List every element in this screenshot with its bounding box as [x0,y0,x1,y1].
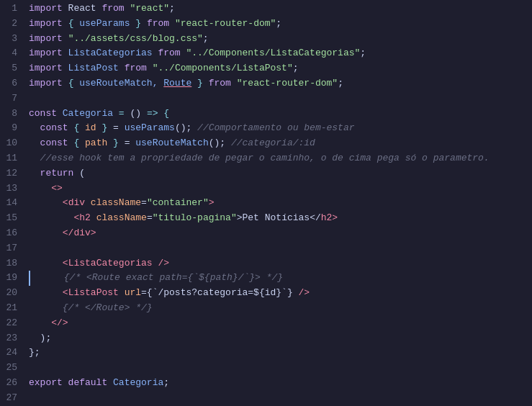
line-number-23: 23 [6,331,17,346]
line-number-13: 13 [6,181,17,197]
code-line-12: return ( [29,166,532,181]
code-line-14: <div className="container"> [29,196,532,211]
line-number-25: 25 [6,361,17,376]
code-line-23: ); [29,331,532,346]
line-number-16: 16 [6,226,17,241]
code-line-21: {/* </Route> */} [29,301,532,316]
code-editor: 1234567891011121314151617181920212223242… [0,0,532,406]
code-line-20: <ListaPost url={`/posts?categoria=${id}`… [29,286,532,301]
line-number-21: 21 [6,301,17,316]
code-line-8: const Categoria = () => { [29,107,532,122]
code-line-26: export default Categoria; [29,376,532,391]
code-line-5: import ListaPost from "../Components/Lis… [29,61,532,76]
code-line-25 [29,361,532,376]
line-number-3: 3 [6,32,17,47]
line-number-26: 26 [6,376,17,391]
line-number-6: 6 [6,76,17,91]
line-number-22: 22 [6,316,17,331]
code-line-16: </div> [29,226,532,241]
code-line-4: import ListaCategorias from "../Componen… [29,46,532,61]
code-line-15: <h2 className="titulo-pagina">Pet Notíci… [29,211,532,226]
line-number-4: 4 [6,46,17,61]
line-number-1: 1 [6,1,17,17]
line-number-11: 11 [6,151,17,166]
code-line-10: const { path } = useRouteMatch(); //cate… [29,136,532,151]
code-line-9: const { id } = useParams(); //Comportame… [29,121,532,136]
code-line-22: </> [29,316,532,331]
line-number-8: 8 [6,107,17,122]
line-number-5: 5 [6,61,17,76]
code-line-24: }; [29,346,532,361]
line-number-12: 12 [6,166,17,181]
line-number-15: 15 [6,211,17,226]
line-number-14: 14 [6,196,17,211]
code-line-17 [29,241,532,256]
code-line-13: <> [29,181,532,197]
line-number-7: 7 [6,91,17,107]
line-number-9: 9 [6,121,17,136]
code-line-6: import { useRouteMatch, Route } from "re… [29,76,532,91]
line-number-18: 18 [6,256,17,271]
code-line-27 [29,391,532,406]
line-number-2: 2 [6,17,17,32]
code-line-11: //esse hook tem a propriedade de pegar o… [29,151,532,166]
line-number-10: 10 [6,136,17,151]
line-number-27: 27 [6,391,17,406]
line-number-20: 20 [6,286,17,301]
code-line-7 [29,91,532,107]
code-line-1: import React from "react"; [29,1,532,17]
code-line-18: <ListaCategorias /> [29,256,532,271]
code-line-3: import "../assets/css/blog.css"; [29,32,532,47]
code-line-2: import { useParams } from "react-router-… [29,17,532,32]
line-numbers: 1234567891011121314151617181920212223242… [0,0,26,406]
code-lines: import React from "react";import { usePa… [26,0,532,406]
line-number-24: 24 [6,346,17,361]
line-number-19: 19 [6,271,17,286]
line-number-17: 17 [6,241,17,256]
code-line-19: {/* <Route exact path={`${path}/`}> */} [29,271,532,286]
code-content: 1234567891011121314151617181920212223242… [0,0,532,406]
